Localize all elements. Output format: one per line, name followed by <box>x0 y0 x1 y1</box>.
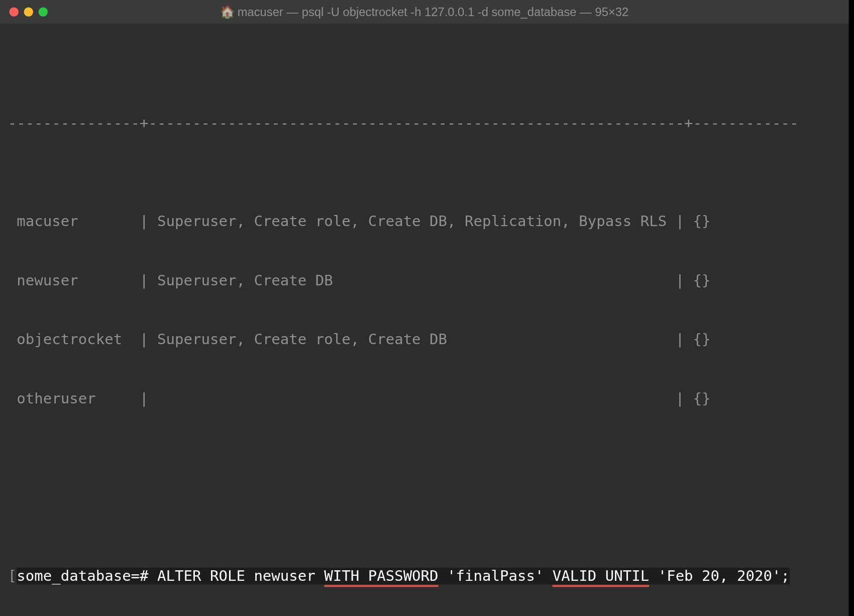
blank-line <box>8 468 841 487</box>
titlebar: 🏠macuser — psql -U objectrocket -h 127.0… <box>0 0 849 24</box>
close-icon[interactable] <box>9 8 18 17</box>
maximize-icon[interactable] <box>39 8 48 17</box>
terminal-body[interactable]: ---------------+------------------------… <box>0 24 849 616</box>
table-row: newuser | Superuser, Create DB | {} <box>8 271 841 290</box>
table-row: otheruser | | {} <box>8 389 841 408</box>
home-icon: 🏠 <box>220 5 235 18</box>
underline-with-password: WITH PASSWORD <box>324 567 438 586</box>
command-line: [some_database=# ALTER ROLE newuser WITH… <box>8 566 841 586</box>
table-row: macuser | Superuser, Create role, Create… <box>8 212 841 231</box>
underline-valid-until: VALID UNTIL <box>553 567 649 586</box>
separator: ---------------+------------------------… <box>8 113 841 133</box>
minimize-icon[interactable] <box>24 8 33 17</box>
window-title: 🏠macuser — psql -U objectrocket -h 127.0… <box>0 4 849 20</box>
window-title-text: macuser — psql -U objectrocket -h 127.0.… <box>238 5 629 18</box>
table-row: objectrocket | Superuser, Create role, C… <box>8 330 841 349</box>
terminal-window: 🏠macuser — psql -U objectrocket -h 127.0… <box>0 0 849 616</box>
